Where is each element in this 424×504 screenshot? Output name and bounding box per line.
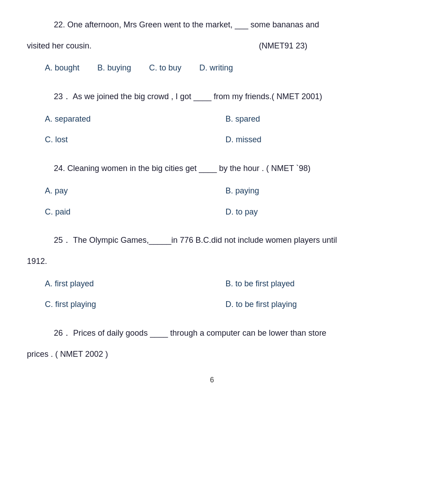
q25-line1: The Olympic Games,_____in 776 B.C.did no…: [73, 236, 337, 245]
q22-options: A. bought B. buying C. to buy D. writing: [45, 60, 397, 76]
q22-source: (NMET91 23): [259, 39, 307, 53]
q22-option-a: A. bought: [45, 60, 79, 76]
q23-option-c: C. lost: [45, 131, 217, 148]
q23-option-a: A. separated: [45, 111, 217, 127]
question-22-text: 22. One afternoon, Mrs Green went to the…: [27, 18, 397, 32]
q24-option-a: A. pay: [45, 183, 217, 199]
q25-option-b: B. to be first played: [226, 276, 398, 292]
q26-number: 26．: [54, 329, 71, 337]
q23-option-b: B. spared: [226, 111, 398, 127]
q22-option-d: D. writing: [199, 60, 233, 76]
q23-number: 23．: [54, 92, 71, 101]
q25-option-c: C. first playing: [45, 296, 217, 313]
q26-line1: Prices of daily goods ____ through a com…: [73, 329, 326, 337]
q25-options: A. first played B. to be first played C.…: [45, 276, 397, 313]
q25-option-a: A. first played: [45, 276, 217, 292]
question-25: 25． The Olympic Games,_____in 776 B.C.di…: [27, 233, 397, 313]
question-25-text: 25． The Olympic Games,_____in 776 B.C.di…: [27, 233, 397, 247]
question-26: 26． Prices of daily goods ____ through a…: [27, 326, 397, 361]
q23-options: A. separated B. spared C. lost D. missed: [45, 111, 397, 149]
q22-line2-row: visited her cousin. (NMET91 23): [27, 39, 397, 53]
question-23: 23． As we joined the big crowd , I got _…: [27, 90, 397, 148]
q25-option-d: D. to be first playing: [226, 296, 398, 313]
q25-line2: 1912.: [27, 254, 397, 268]
q22-line2: visited her cousin.: [27, 39, 92, 53]
q22-option-c: C. to buy: [149, 60, 181, 76]
q23-option-d: D. missed: [226, 131, 398, 148]
question-22: 22. One afternoon, Mrs Green went to the…: [27, 18, 397, 76]
q23-line1: As we joined the big crowd , I got ____ …: [73, 92, 322, 101]
page-content: 22. One afternoon, Mrs Green went to the…: [27, 18, 397, 386]
q24-options: A. pay B. paying C. paid D. to pay: [45, 183, 397, 220]
q26-line2: prices . ( NMET 2002 ): [27, 347, 397, 361]
q22-line1: One afternoon, Mrs Green went to the mar…: [67, 20, 319, 29]
q24-line1: Cleaning women in the big cities get ___…: [67, 164, 310, 173]
q24-option-b: B. paying: [226, 183, 398, 199]
page-number: 6: [27, 374, 397, 386]
q24-number: 24.: [54, 164, 65, 173]
q25-number: 25．: [54, 236, 71, 245]
question-26-text: 26． Prices of daily goods ____ through a…: [27, 326, 397, 340]
question-24: 24. Cleaning women in the big cities get…: [27, 162, 397, 220]
q22-number: 22.: [54, 20, 65, 29]
q22-option-b: B. buying: [97, 60, 131, 76]
q24-option-c: C. paid: [45, 204, 217, 220]
question-23-text: 23． As we joined the big crowd , I got _…: [27, 90, 397, 104]
q24-option-d: D. to pay: [226, 204, 398, 220]
question-24-text: 24. Cleaning women in the big cities get…: [27, 162, 397, 175]
